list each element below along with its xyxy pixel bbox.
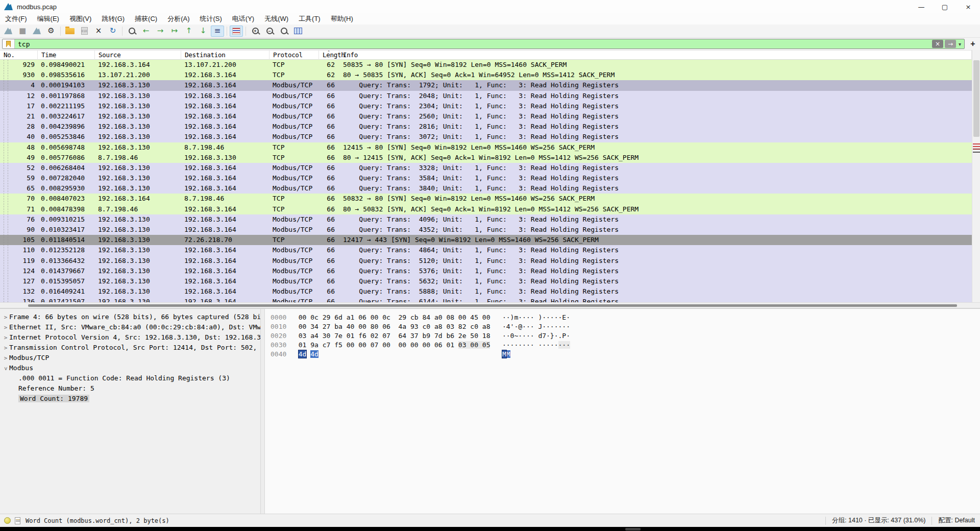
scrollbar-thumb[interactable] [973,60,979,137]
go-back-button[interactable]: ← [139,26,153,37]
apply-filter-button[interactable]: → [945,40,956,48]
packet-row[interactable]: 1100.012352128192.168.3.130192.168.3.164… [0,245,972,255]
auto-scroll-button[interactable]: ≡ [211,26,224,37]
close-button[interactable]: × [957,0,980,13]
expander-icon[interactable]: > [2,323,9,333]
packet-row[interactable]: 1360.017421507192.168.3.130192.168.3.164… [0,297,972,302]
zoom-in-button[interactable]: + [249,26,262,37]
detail-row[interactable]: >Modbus/TCP [0,353,260,363]
packet-row[interactable]: 1190.013366432192.168.3.130192.168.3.164… [0,256,972,266]
packet-row[interactable]: 520.006268404192.168.3.130192.168.3.164M… [0,163,972,173]
resize-columns-button[interactable] [291,26,305,37]
menu-item-analyze[interactable]: 分析(A) [162,13,194,25]
packet-row[interactable]: 490.0057760868.7.198.46192.168.3.130TCP6… [0,153,972,163]
menu-item-help[interactable]: 帮助(H) [326,13,358,25]
column-header-info[interactable]: Info [339,51,972,60]
packet-row[interactable]: 760.009310215192.168.3.130192.168.3.164M… [0,214,972,225]
column-header-source[interactable]: Source [95,51,181,60]
colorize-button[interactable] [230,26,243,37]
reload-button[interactable]: ↻ [106,26,119,37]
menu-item-file[interactable]: 文件(F) [0,13,32,25]
hex-line[interactable]: 0000 00 0c 29 6d a1 06 00 0c 29 cb 84 a0… [271,313,980,322]
restart-capture-button[interactable] [30,26,43,37]
hex-line[interactable]: 0020 03 a4 30 7e 01 f6 02 07 64 37 b9 7d… [271,331,980,341]
column-header-length[interactable]: Lengthˆ [319,51,339,60]
detail-row[interactable]: .000 0011 = Function Code: Read Holding … [0,373,260,383]
expander-icon[interactable]: > [2,343,9,353]
packet-row[interactable]: 400.005253846192.168.3.130192.168.3.164M… [0,132,972,142]
detail-row[interactable]: Word Count: 19789 [0,394,260,404]
detail-row[interactable]: >Transmission Control Protocol, Src Port… [0,343,260,353]
packet-row[interactable]: 210.003224617192.168.3.130192.168.3.164M… [0,111,972,122]
detail-row[interactable]: >Modbus [0,363,260,373]
hex-line[interactable]: 0040 4d 4d MM [271,350,980,359]
menu-item-go[interactable]: 跳转(G) [96,13,130,25]
menu-item-tools[interactable]: 工具(T) [293,13,326,25]
capture-options-button[interactable]: ⚙ [44,26,58,37]
expander-icon[interactable]: > [2,333,9,343]
column-header-no[interactable]: No. [0,51,38,60]
find-packet-button[interactable] [125,26,138,37]
column-header-time[interactable]: Time [38,51,95,60]
menu-item-capture[interactable]: 捕获(C) [130,13,162,25]
hex-line[interactable]: 0010 00 34 27 ba 40 00 80 06 4a 93 c0 a8… [271,322,980,331]
menu-item-view[interactable]: 视图(V) [64,13,96,25]
menu-item-telephony[interactable]: 电话(Y) [227,13,259,25]
menu-item-edit[interactable]: 编辑(E) [32,13,64,25]
profile-status[interactable]: 配置: Default [938,516,975,525]
packet-row[interactable]: 40.000194103192.168.3.130192.168.3.164Mo… [0,80,972,90]
menu-item-wireless[interactable]: 无线(W) [259,13,293,25]
detail-row[interactable]: >Frame 4: 66 bytes on wire (528 bits), 6… [0,312,260,322]
packet-list-vertical-scrollbar[interactable] [972,50,980,302]
close-file-button[interactable]: × [92,26,105,37]
filter-text[interactable]: tcp [18,40,30,48]
menu-item-statistics[interactable]: 统计(S) [194,13,227,25]
clear-filter-button[interactable]: × [932,40,943,48]
display-filter-input[interactable]: tcp × → ▾ [2,39,965,49]
packet-row[interactable]: 710.0084783988.7.198.46192.168.3.164TCP6… [0,204,972,214]
detail-row[interactable]: Reference Number: 5 [0,383,260,394]
packet-row[interactable]: 480.005698748192.168.3.1308.7.198.46TCP6… [0,142,972,153]
pane-splitter[interactable] [260,308,265,514]
start-capture-button[interactable] [2,26,15,37]
packet-row[interactable]: 120.001197868192.168.3.130192.168.3.164M… [0,91,972,101]
go-forward-button[interactable]: → [154,26,167,37]
detail-row[interactable]: >Internet Protocol Version 4, Src: 192.1… [0,332,260,343]
maximize-button[interactable]: ▢ [933,0,957,13]
expander-icon[interactable]: > [2,312,9,323]
packet-row[interactable]: 1320.016409241192.168.3.130192.168.3.164… [0,286,972,297]
zoom-reset-button[interactable] [277,26,290,37]
filter-dropdown-caret-icon[interactable]: ▾ [959,41,961,47]
expert-info-icon[interactable] [4,517,11,524]
packet-row[interactable]: 700.008407023192.168.3.1648.7.198.46TCP6… [0,194,972,204]
go-to-packet-button[interactable]: ↦ [168,26,181,37]
open-file-button[interactable] [63,26,77,37]
packet-row[interactable]: 170.002211195192.168.3.130192.168.3.164M… [0,101,972,111]
packet-row[interactable]: 590.007282040192.168.3.130192.168.3.164M… [0,173,972,183]
packet-row[interactable]: 1050.011840514192.168.3.13072.26.218.70T… [0,235,972,245]
packet-row[interactable]: 1240.014379667192.168.3.130192.168.3.164… [0,266,972,276]
packet-row[interactable]: 9290.098490021192.168.3.16413.107.21.200… [0,60,972,70]
detail-row[interactable]: >Ethernet II, Src: VMware_cb:84:a0 (00:0… [0,322,260,332]
save-file-button[interactable]: 010 [78,26,91,37]
add-filter-button[interactable]: + [968,39,978,49]
column-header-protocol[interactable]: Protocol [270,51,319,60]
packet-list-horizontal-scrollbar[interactable] [0,302,980,308]
column-header-destination[interactable]: Destination [181,51,270,60]
stop-capture-button[interactable]: ■ [16,26,29,37]
zoom-out-button[interactable]: − [263,26,276,37]
packet-row[interactable]: 1270.015395057192.168.3.130192.168.3.164… [0,276,972,286]
go-first-button[interactable]: ↑ [182,26,195,37]
filter-bookmark-button[interactable] [3,39,15,49]
go-last-button[interactable]: ↓ [197,26,210,37]
expander-icon[interactable]: > [2,353,9,364]
capture-comment-icon[interactable] [15,517,20,524]
scrollbar-thumb[interactable] [28,304,957,307]
packet-row[interactable]: 280.004239896192.168.3.130192.168.3.164M… [0,122,972,132]
minimize-button[interactable]: — [910,0,933,13]
hex-line[interactable]: 0030 01 9a c7 f5 00 00 07 00 00 00 00 06… [271,341,980,350]
packet-row[interactable]: 900.010323417192.168.3.130192.168.3.164M… [0,225,972,235]
packet-row[interactable]: 650.008295930192.168.3.130192.168.3.164M… [0,183,972,194]
expander-icon[interactable]: > [1,365,11,372]
packet-row[interactable]: 9300.09853561613.107.21.200192.168.3.164… [0,70,972,80]
